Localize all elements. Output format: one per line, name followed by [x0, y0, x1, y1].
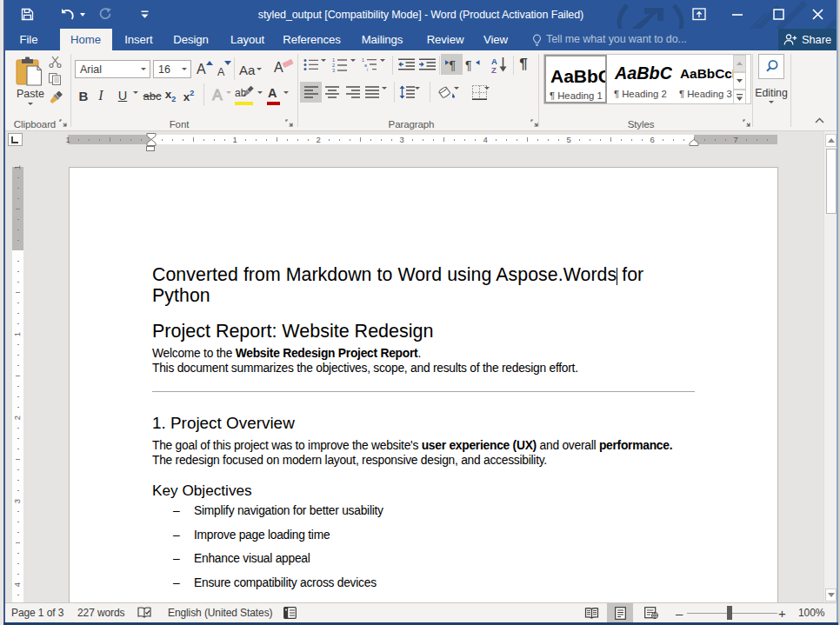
tellme-box[interactable]: Tell me what you want to do...: [546, 29, 687, 50]
bullets-dropdown[interactable]: [321, 62, 326, 77]
underline-dropdown[interactable]: [133, 94, 138, 110]
font-dialog-launcher[interactable]: [285, 119, 293, 127]
tab-mailings[interactable]: Mailings: [354, 29, 410, 50]
format-painter-button[interactable]: [43, 90, 66, 107]
style-card-heading-1[interactable]: AaBbCcD¶ Heading 1: [544, 55, 607, 103]
tab-review[interactable]: Review: [421, 29, 470, 50]
share-button[interactable]: Share: [778, 29, 837, 50]
italic-button[interactable]: I: [94, 86, 108, 105]
superscript-button[interactable]: x2: [180, 86, 197, 105]
increase-indent-button[interactable]: [417, 56, 437, 73]
clipboard-dialog-launcher[interactable]: [59, 119, 67, 127]
multilevel-list-button[interactable]: 1ai: [360, 56, 377, 73]
group-divider: [234, 57, 235, 80]
zoom-in-button[interactable]: +: [778, 606, 786, 621]
collapse-ribbon-button[interactable]: [815, 117, 830, 130]
hanging-indent-marker[interactable]: [146, 139, 157, 146]
scrollbar-thumb[interactable]: [826, 149, 837, 214]
right-indent-marker[interactable]: [689, 139, 699, 146]
bold-button[interactable]: B: [75, 86, 92, 105]
tab-references[interactable]: References: [281, 29, 343, 50]
numbering-dropdown[interactable]: [350, 62, 356, 77]
style-card-heading-2[interactable]: AaBbCcD¶ Heading 2: [610, 55, 672, 103]
ruler-tick: [277, 137, 277, 142]
ruler-tick: [162, 139, 163, 141]
rtl-text-direction-button[interactable]: ¶: [463, 54, 481, 75]
zoom-slider-handle[interactable]: [727, 606, 732, 620]
scrollbar-up-button[interactable]: [825, 134, 837, 147]
underline-button[interactable]: U: [115, 86, 130, 105]
align-left-button[interactable]: [300, 82, 322, 103]
justify-button[interactable]: [362, 82, 383, 103]
ruler-number: 3: [13, 499, 21, 503]
decrease-indent-button[interactable]: [397, 56, 416, 73]
ribbon-display-options-button[interactable]: [691, 7, 707, 22]
close-button[interactable]: [810, 7, 825, 22]
minimize-button[interactable]: [730, 7, 745, 22]
font-color-dropdown[interactable]: [283, 94, 289, 110]
vertical-ruler[interactable]: 11234: [12, 167, 23, 602]
font-size-dropdown-icon[interactable]: [182, 68, 187, 70]
proofing-status-button[interactable]: [137, 607, 151, 619]
change-case-button[interactable]: Aa: [238, 60, 268, 78]
text-effects-dropdown[interactable]: [226, 94, 231, 110]
read-mode-button[interactable]: [579, 603, 603, 622]
zoom-level[interactable]: 100%: [798, 607, 824, 619]
web-layout-button[interactable]: [638, 603, 664, 622]
tab-stop-selector[interactable]: [8, 133, 23, 146]
tab-layout[interactable]: Layout: [223, 29, 272, 50]
highlight-button[interactable]: ab: [235, 85, 257, 106]
align-center-button[interactable]: [322, 82, 343, 103]
page-indicator[interactable]: Page 1 of 3: [11, 607, 63, 619]
copy-button[interactable]: [43, 71, 66, 87]
shrink-font-button[interactable]: A: [217, 60, 234, 78]
borders-dropdown[interactable]: [484, 90, 490, 105]
shading-dropdown[interactable]: [454, 90, 459, 105]
align-right-button[interactable]: [343, 82, 363, 103]
ruler-tick: [715, 139, 716, 141]
tab-home[interactable]: Home: [60, 29, 112, 50]
numbering-button[interactable]: 123: [330, 56, 348, 73]
grow-font-button[interactable]: A: [196, 60, 213, 78]
sort-button[interactable]: A Z: [489, 54, 510, 75]
subscript-button[interactable]: x2: [162, 86, 179, 105]
group-divider: [430, 82, 430, 103]
font-color-button[interactable]: A: [266, 86, 282, 105]
line-spacing-dropdown[interactable]: [415, 90, 420, 105]
justify-dropdown[interactable]: [382, 90, 387, 105]
styles-dialog-launcher[interactable]: [743, 119, 750, 127]
print-layout-button[interactable]: [607, 603, 633, 622]
macro-recording-button[interactable]: [283, 607, 297, 619]
editing-dropdown[interactable]: [769, 103, 774, 119]
strikethrough-button[interactable]: abc: [142, 86, 163, 105]
clear-formatting-button[interactable]: A: [273, 58, 296, 78]
scroll-down-icon: [828, 593, 835, 597]
left-indent-marker[interactable]: [146, 146, 155, 151]
tab-view[interactable]: View: [475, 29, 517, 50]
vertical-scrollbar[interactable]: [823, 131, 837, 602]
ruler-tick: [17, 240, 19, 241]
font-name-combobox[interactable]: Arial: [75, 60, 150, 78]
font-name-dropdown-icon[interactable]: [141, 68, 146, 70]
maximize-button[interactable]: [770, 7, 786, 22]
zoom-out-button[interactable]: –: [676, 606, 683, 621]
tab-design[interactable]: Design: [169, 29, 213, 50]
cut-button[interactable]: [43, 54, 66, 70]
horizontal-ruler[interactable]: 11234567: [68, 135, 777, 144]
word-count[interactable]: 227 words: [77, 607, 124, 619]
font-size-combobox[interactable]: 16: [153, 60, 191, 78]
multilevel-dropdown[interactable]: [380, 62, 385, 77]
ltr-text-direction-button[interactable]: ¶: [441, 54, 463, 75]
language-indicator[interactable]: English (United States): [168, 607, 272, 619]
highlight-dropdown[interactable]: [257, 94, 263, 110]
style-card-heading-3[interactable]: AaBbCcDd¶ Heading 3: [676, 55, 734, 103]
tab-file[interactable]: File: [9, 29, 49, 50]
show-hide-pilcrow-button[interactable]: ¶: [513, 54, 534, 75]
text-effects-button[interactable]: A: [208, 86, 227, 105]
paragraph-dialog-launcher[interactable]: [530, 119, 538, 127]
editing-button[interactable]: Editing: [741, 54, 802, 110]
bullets-button[interactable]: [302, 56, 319, 73]
scrollbar-down-button[interactable]: [825, 588, 837, 602]
tab-insert[interactable]: Insert: [117, 29, 161, 50]
zoom-slider-track[interactable]: [687, 613, 777, 614]
